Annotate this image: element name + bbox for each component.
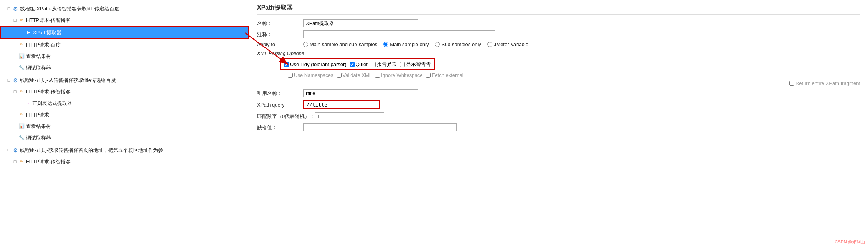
http-icon: ✏ (18, 17, 25, 23)
validate-xml-option[interactable]: Validate XML (337, 72, 372, 78)
radio-sub-only-label: Sub-samples only (441, 42, 481, 47)
tree-item-thread1[interactable]: □ ⚙ 线程组-XPath-从传智播客获取title传递给百度 (0, 3, 249, 15)
apply-to-row: Apply to: Main sample and sub-samples Ma… (257, 42, 860, 47)
tree-item-results1[interactable]: 📊 查看结果树 (0, 51, 249, 62)
radio-jmeter-var[interactable]: JMeter Variable (487, 42, 528, 47)
expand-icon (12, 42, 18, 48)
apply-to-label: Apply to: (257, 42, 303, 47)
expand-icon[interactable]: □ (6, 6, 12, 12)
expand-icon (12, 65, 18, 71)
http-icon: ✏ (18, 159, 25, 165)
return-entire-option[interactable]: Return entire XPath fragment (789, 80, 860, 86)
http-icon: ✏ (18, 89, 25, 95)
tree-item-label: HTTP请求 (26, 112, 49, 118)
return-entire-checkbox[interactable] (789, 81, 794, 86)
tree-item-thread2[interactable]: □ ⚙ 线程组-正则-从传智播客获取title传递给百度 (0, 74, 249, 86)
use-namespaces-option[interactable]: Use Namespaces (288, 72, 333, 78)
tree-item-http1[interactable]: □ ✏ HTTP请求-传智播客 (0, 15, 249, 26)
radio-sub-only[interactable]: Sub-samples only (435, 42, 481, 47)
radio-main-sub-input[interactable] (303, 42, 308, 47)
tree-item-label: 查看结果树 (26, 53, 51, 60)
tree-item-label: XPath提取器 (33, 29, 61, 36)
radio-sub-only-input[interactable] (435, 42, 440, 47)
radio-main-only[interactable]: Main sample only (383, 42, 429, 47)
tree-item-regex1[interactable]: → 正则表达式提取器 (0, 98, 249, 109)
xpath-query-input[interactable] (303, 100, 380, 109)
use-tidy-row: Use Tidy (tolerant parser) Quiet 报告异常 显示… (257, 58, 860, 70)
quiet-checkbox[interactable] (350, 62, 355, 67)
return-entire-label: Return entire XPath fragment (795, 80, 860, 86)
use-tidy-highlighted-box: Use Tidy (tolerant parser) Quiet 报告异常 显示… (280, 58, 435, 70)
use-tidy-checkbox[interactable] (284, 62, 289, 67)
tree-item-label: HTTP请求-传智播客 (26, 88, 71, 95)
name-label: 名称： (257, 20, 303, 27)
expand-icon[interactable]: □ (12, 18, 18, 23)
ref-name-input[interactable] (303, 89, 418, 97)
match-no-input[interactable] (315, 112, 384, 120)
default-value-label: 缺省值： (257, 124, 303, 131)
tree-item-label: HTTP请求-百度 (26, 42, 61, 48)
tree-item-http5[interactable]: □ ✏ HTTP请求-传智播客 (0, 156, 249, 168)
expand-icon[interactable]: □ (6, 148, 12, 153)
radio-main-only-input[interactable] (383, 42, 388, 47)
regex-icon: → (25, 100, 31, 107)
radio-jmeter-var-input[interactable] (487, 42, 492, 47)
expand-icon (18, 101, 24, 106)
radio-main-sub[interactable]: Main sample and sub-samples (303, 42, 377, 47)
use-namespaces-label: Use Namespaces (294, 72, 333, 78)
name-input[interactable] (303, 19, 418, 27)
quiet-label: Quiet (356, 62, 368, 67)
ignore-whitespace-label: Ignore Whitespace (381, 72, 422, 78)
tree-item-label: 线程组-正则-从传智播客获取title传递给百度 (20, 77, 116, 84)
name-row: 名称： (257, 19, 860, 27)
thread-icon: ⚙ (12, 77, 18, 83)
expand-icon[interactable]: □ (6, 78, 12, 83)
thread-icon: ⚙ (12, 6, 18, 12)
comment-input[interactable] (303, 30, 495, 38)
tree-item-debug1[interactable]: 🔧 调试取样器 (0, 62, 249, 74)
expand-icon (12, 124, 18, 129)
expand-icon[interactable]: □ (12, 89, 18, 95)
show-warning-option[interactable]: 显示警告告 (400, 61, 431, 68)
tree-item-label: HTTP请求-传智播客 (26, 17, 71, 24)
right-detail-panel: XPath提取器 名称： 注释： Apply to: Main sample a… (249, 0, 868, 248)
debug-icon: 🔧 (18, 135, 25, 141)
validate-xml-label: Validate XML (343, 72, 372, 78)
http-icon: ✏ (18, 42, 25, 48)
radio-jmeter-var-label: JMeter Variable (494, 42, 528, 47)
default-value-input[interactable] (303, 123, 457, 131)
return-entire-row: Return entire XPath fragment (257, 80, 860, 86)
tree-item-http3[interactable]: □ ✏ HTTP请求-传智播客 (0, 86, 249, 98)
tree-item-label: 查看结果树 (26, 123, 51, 130)
use-tidy-option[interactable]: Use Tidy (tolerant parser) (284, 61, 347, 68)
expand-icon[interactable]: □ (12, 159, 18, 165)
tree-item-http4[interactable]: ✏ HTTP请求 (0, 109, 249, 121)
tree-item-label: 线程组-正则-获取传智播客首页的地址，把第五个校区地址作为参 (20, 147, 163, 154)
validate-xml-checkbox[interactable] (337, 73, 342, 78)
ignore-whitespace-checkbox[interactable] (375, 73, 380, 78)
show-warning-checkbox[interactable] (400, 62, 405, 67)
tree-item-results2[interactable]: 📊 查看结果树 (0, 121, 249, 132)
tree-item-thread3[interactable]: □ ⚙ 线程组-正则-获取传智播客首页的地址，把第五个校区地址作为参 (0, 144, 249, 156)
radio-main-only-label: Main sample only (390, 42, 429, 47)
results-icon: 📊 (18, 123, 25, 130)
thread-icon: ⚙ (12, 147, 18, 153)
fetch-external-label: Fetch external (432, 72, 463, 78)
xml-parsing-label: XML Parsing Options (257, 50, 860, 56)
tree-item-http2[interactable]: ✏ HTTP请求-百度 (0, 39, 249, 51)
tree-item-label: 调试取样器 (26, 65, 51, 72)
report-exception-checkbox[interactable] (371, 62, 376, 67)
tree-item-xpath1[interactable]: ▶ XPath提取器 (0, 26, 249, 39)
use-tidy-label: Use Tidy (tolerant parser) (290, 62, 347, 67)
xpath-query-label: XPath query: (257, 102, 303, 108)
ignore-whitespace-option[interactable]: Ignore Whitespace (375, 72, 422, 78)
fetch-external-option[interactable]: Fetch external (426, 72, 463, 78)
tree-item-debug2[interactable]: 🔧 调试取样器 (0, 132, 249, 144)
fetch-external-checkbox[interactable] (426, 73, 431, 78)
use-namespaces-checkbox[interactable] (288, 73, 293, 78)
apply-to-group: Main sample and sub-samples Main sample … (303, 42, 528, 47)
panel-title: XPath提取器 (257, 4, 860, 15)
quiet-option[interactable]: Quiet (350, 61, 368, 68)
main-container: □ ⚙ 线程组-XPath-从传智播客获取title传递给百度 □ ✏ HTTP… (0, 0, 868, 248)
report-exception-option[interactable]: 报告异常 (371, 61, 397, 68)
